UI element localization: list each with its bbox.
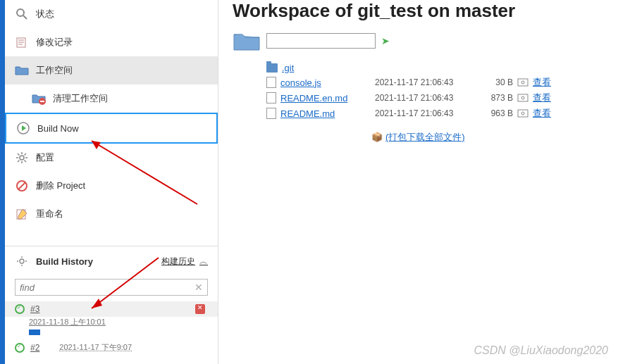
notepad-icon <box>15 35 29 49</box>
build-id-link[interactable]: #3 <box>30 304 39 314</box>
file-icon <box>266 92 276 103</box>
path-input[interactable] <box>266 33 376 49</box>
status-success-icon <box>15 343 25 353</box>
page-title: Workspace of git_test on master <box>233 0 604 22</box>
sidebar: 状态 修改记录 工作空间 清理工作空间 Build Now 配置 <box>0 0 218 364</box>
sidebar-menu: 状态 修改记录 工作空间 清理工作空间 Build Now 配置 <box>0 0 218 228</box>
build-history-section: Build History 构建历史 ︿ ✕ #3 2021-11-18 上午1… <box>0 246 218 356</box>
file-view-link[interactable]: 查看 <box>533 107 551 120</box>
download-all: 📦 (打包下载全部文件) <box>233 131 604 144</box>
menu-label: 删除 Project <box>36 180 85 192</box>
file-name-link[interactable]: README.en.md <box>280 93 371 103</box>
file-name-link[interactable]: .git <box>282 63 372 73</box>
left-accent-bar <box>0 0 5 364</box>
prohibit-icon <box>15 179 29 193</box>
svg-point-22 <box>20 259 24 263</box>
path-bar: ➤ <box>233 29 604 53</box>
history-header: Build History 构建历史 ︿ <box>5 246 218 276</box>
build-id-link[interactable]: #2 <box>30 343 39 353</box>
folder-large-icon <box>233 29 261 53</box>
edit-icon <box>15 207 29 221</box>
build-time[interactable]: 2021-11-18 上午10:01 <box>5 317 218 327</box>
menu-label: Build Now <box>37 123 79 134</box>
build-time[interactable]: 2021-11-17 下午9:07 <box>45 342 132 353</box>
file-name-link[interactable]: README.md <box>280 108 371 119</box>
svg-line-17 <box>18 161 20 163</box>
folder-delete-icon <box>32 92 46 106</box>
file-date: 2021-11-17 21:06:43 <box>375 108 474 118</box>
menu-configure[interactable]: 配置 <box>5 144 218 172</box>
status-success-icon <box>15 304 25 314</box>
history-title: Build History <box>36 256 93 267</box>
svg-line-15 <box>18 153 20 156</box>
progress-bar <box>29 330 40 335</box>
build-row-2[interactable]: #2 2021-11-17 下午9:07 <box>5 339 218 356</box>
file-row: console.js 2021-11-17 21:06:43 30 B 查看 <box>266 75 604 90</box>
file-row-folder[interactable]: .git <box>266 61 604 75</box>
file-date: 2021-11-17 21:06:43 <box>375 93 474 103</box>
menu-build-now[interactable]: Build Now <box>5 113 218 144</box>
zip-icon: 📦 <box>371 132 383 142</box>
build-row-3[interactable]: #3 <box>5 301 218 317</box>
menu-clean-workspace[interactable]: 清理工作空间 <box>5 84 218 113</box>
svg-rect-7 <box>40 101 44 102</box>
file-row: README.md 2021-11-17 21:06:43 963 B 查看 <box>266 106 604 121</box>
svg-rect-27 <box>518 79 528 86</box>
svg-rect-29 <box>518 94 528 101</box>
main-content: Workspace of git_test on master ➤ .git c… <box>218 0 618 364</box>
fingerprint-icon[interactable] <box>517 109 529 118</box>
menu-workspace[interactable]: 工作空间 <box>5 56 218 84</box>
cancel-build-icon[interactable] <box>195 304 205 314</box>
folder-icon <box>15 63 29 77</box>
svg-line-16 <box>25 161 27 163</box>
file-row: README.en.md 2021-11-17 21:06:43 873 B 查… <box>266 90 604 106</box>
svg-point-10 <box>20 156 24 160</box>
menu-status[interactable]: 状态 <box>5 0 218 28</box>
menu-label: 状态 <box>36 8 54 20</box>
clear-icon[interactable]: ✕ <box>194 282 203 293</box>
file-name-link[interactable]: console.js <box>280 77 371 88</box>
history-link-label: 构建历史 <box>161 256 195 268</box>
svg-line-1 <box>23 15 27 19</box>
menu-label: 工作空间 <box>36 64 73 77</box>
go-arrow-icon[interactable]: ➤ <box>381 35 390 46</box>
menu-label: 配置 <box>36 151 54 164</box>
file-size: 873 B <box>478 93 513 103</box>
svg-line-18 <box>25 153 27 156</box>
file-size: 963 B <box>478 108 513 118</box>
menu-changes[interactable]: 修改记录 <box>5 28 218 56</box>
svg-line-20 <box>18 182 25 189</box>
menu-label: 清理工作空间 <box>53 92 108 105</box>
svg-point-28 <box>521 81 524 84</box>
svg-rect-31 <box>518 110 528 117</box>
gear-icon <box>15 151 29 165</box>
chevron-up-icon: ︿ <box>199 256 208 268</box>
svg-point-32 <box>521 112 524 115</box>
file-icon <box>266 77 276 88</box>
magnifier-icon <box>15 7 29 21</box>
fingerprint-icon[interactable] <box>517 94 529 102</box>
find-input[interactable] <box>20 282 194 293</box>
download-all-link[interactable]: (打包下载全部文件) <box>385 132 465 142</box>
folder-small-icon <box>266 63 278 73</box>
gear-icon[interactable] <box>15 254 29 268</box>
svg-point-0 <box>17 9 24 16</box>
svg-point-30 <box>521 96 524 99</box>
clock-play-icon <box>16 121 30 135</box>
file-icon <box>266 108 276 119</box>
file-size: 30 B <box>478 77 513 87</box>
find-box[interactable]: ✕ <box>15 279 208 296</box>
file-date: 2021-11-17 21:06:43 <box>375 77 474 87</box>
file-view-link[interactable]: 查看 <box>533 76 551 89</box>
fingerprint-icon[interactable] <box>517 78 529 87</box>
menu-delete-project[interactable]: 删除 Project <box>5 172 218 200</box>
file-view-link[interactable]: 查看 <box>533 92 551 104</box>
menu-label: 修改记录 <box>36 36 73 49</box>
menu-rename[interactable]: 重命名 <box>5 200 218 228</box>
history-trend-link[interactable]: 构建历史 ︿ <box>161 256 208 268</box>
menu-label: 重命名 <box>36 208 63 220</box>
file-list: .git console.js 2021-11-17 21:06:43 30 B… <box>266 61 604 121</box>
